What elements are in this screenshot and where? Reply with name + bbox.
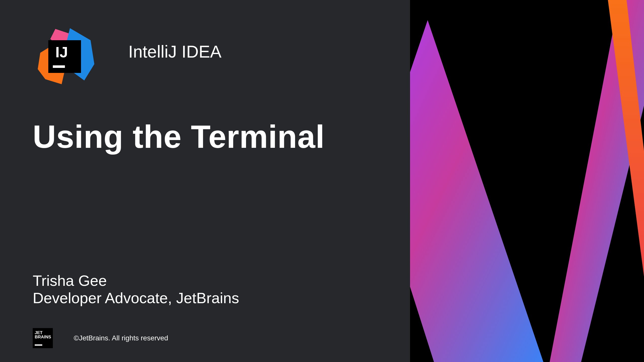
slide-title: Using the Terminal xyxy=(33,118,377,155)
product-name: IntelliJ IDEA xyxy=(128,42,221,61)
svg-marker-6 xyxy=(410,20,543,362)
presenter-name: Trisha Gee xyxy=(33,272,239,289)
jetbrains-logo-icon: JET BRAINS xyxy=(33,328,53,348)
decorative-panel xyxy=(410,0,644,362)
svg-text:IJ: IJ xyxy=(55,44,68,61)
slide-content-panel: IJ IntelliJ IDEA Using the Terminal Tris… xyxy=(0,0,410,362)
presenter-block: Trisha Gee Developer Advocate, JetBrains xyxy=(33,272,239,307)
copyright-text: ©JetBrains. All rights reserved xyxy=(74,334,168,342)
header-row: IJ IntelliJ IDEA xyxy=(33,25,377,88)
svg-rect-5 xyxy=(53,65,65,68)
slide-footer: JET BRAINS ©JetBrains. All rights reserv… xyxy=(33,328,168,348)
presenter-title: Developer Advocate, JetBrains xyxy=(33,289,239,307)
intellij-logo-icon: IJ xyxy=(33,25,96,88)
